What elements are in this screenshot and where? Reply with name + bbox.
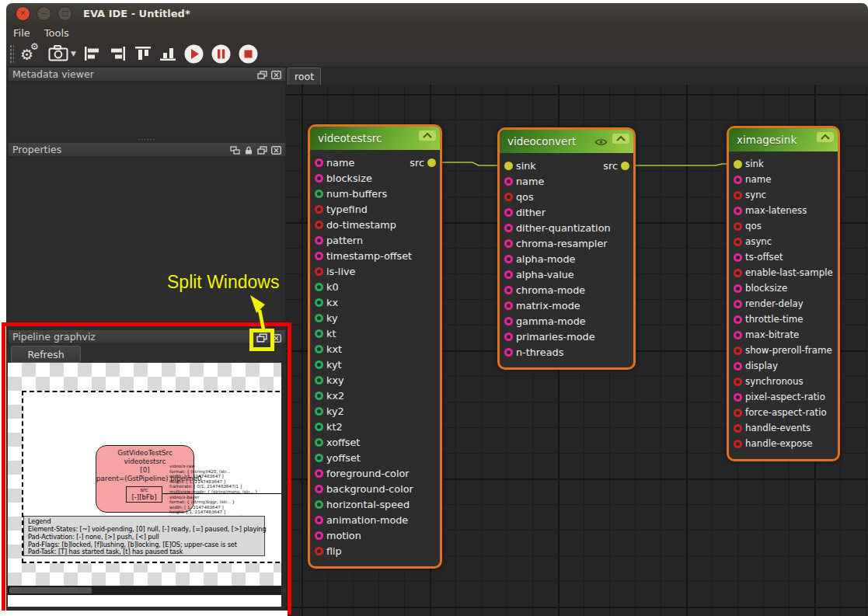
node-property-row[interactable]: kxy bbox=[310, 372, 440, 388]
port-dot[interactable] bbox=[734, 440, 742, 448]
node-property-row[interactable]: name bbox=[500, 173, 633, 189]
node-property-row[interactable]: kyt bbox=[310, 357, 440, 372]
port-dot[interactable] bbox=[504, 301, 513, 310]
port-dot[interactable] bbox=[315, 360, 323, 369]
port-dot[interactable] bbox=[315, 283, 323, 291]
node-property-row[interactable]: display bbox=[729, 358, 838, 374]
node-property-row[interactable]: kt2 bbox=[310, 419, 440, 434]
node-property-row[interactable]: force-aspect-ratio bbox=[729, 405, 838, 420]
port-dot[interactable] bbox=[315, 158, 323, 167]
port-dot[interactable] bbox=[315, 485, 323, 493]
port-dot[interactable] bbox=[504, 348, 513, 357]
minimize-window-button[interactable]: − bbox=[37, 6, 51, 21]
port-dot[interactable] bbox=[504, 317, 513, 325]
stop-button[interactable] bbox=[238, 43, 259, 64]
node-property-row[interactable]: dither-quantization bbox=[500, 220, 633, 235]
node-property-row[interactable]: animation-mode bbox=[310, 512, 440, 527]
node-videoconvert[interactable]: videoconvert si bbox=[497, 127, 636, 370]
align-right-button[interactable] bbox=[108, 43, 127, 64]
port-dot[interactable] bbox=[504, 270, 513, 279]
port-dot[interactable] bbox=[315, 407, 323, 416]
camera-dropdown-caret-icon[interactable]: ▼ bbox=[71, 50, 76, 57]
port-dot[interactable] bbox=[315, 236, 323, 245]
node-property-row[interactable]: do-timestamp bbox=[310, 217, 440, 232]
port-dot[interactable] bbox=[315, 329, 323, 338]
node-property-row[interactable]: alpha-value bbox=[500, 266, 633, 282]
port-dot[interactable] bbox=[734, 253, 742, 262]
node-property-row[interactable]: is-live bbox=[310, 263, 440, 279]
node-property-row[interactable]: handle-events bbox=[729, 420, 838, 436]
node-property-row[interactable]: blocksize bbox=[310, 170, 440, 186]
node-property-row[interactable]: xoffset bbox=[310, 434, 440, 450]
port-dot[interactable] bbox=[504, 208, 513, 217]
port-dot[interactable] bbox=[734, 331, 742, 339]
port-dot[interactable] bbox=[504, 177, 513, 186]
port-dot[interactable] bbox=[734, 424, 742, 433]
node-property-row[interactable]: matrix-mode bbox=[500, 298, 633, 313]
port-dot[interactable] bbox=[315, 438, 323, 447]
port-dot[interactable] bbox=[734, 238, 742, 246]
node-videoconvert-header[interactable]: videoconvert bbox=[500, 130, 633, 153]
restore-icon[interactable] bbox=[257, 146, 267, 155]
collapse-button[interactable] bbox=[419, 131, 436, 141]
node-property-row[interactable]: kt bbox=[310, 325, 440, 341]
node-property-row[interactable]: sink bbox=[729, 156, 838, 172]
node-property-row[interactable]: chroma-mode bbox=[500, 282, 633, 298]
node-property-row[interactable]: kx2 bbox=[310, 388, 440, 403]
port-dot[interactable] bbox=[504, 224, 513, 232]
port-dot[interactable] bbox=[504, 239, 513, 248]
collapse-button[interactable] bbox=[612, 134, 629, 144]
wire-videoconvert-to-ximagesink[interactable] bbox=[620, 164, 737, 165]
port-dot[interactable] bbox=[315, 205, 323, 214]
properties-panel-header[interactable]: Properties bbox=[8, 142, 286, 157]
menu-file[interactable]: File bbox=[6, 26, 37, 40]
tab-root[interactable]: root bbox=[288, 68, 321, 85]
node-property-row[interactable]: qos bbox=[729, 218, 838, 234]
port-dot[interactable] bbox=[315, 174, 323, 183]
port-dot[interactable] bbox=[504, 193, 513, 201]
align-top-button[interactable] bbox=[134, 43, 152, 64]
port-dot[interactable] bbox=[734, 176, 742, 184]
node-property-row[interactable]: qos bbox=[500, 189, 633, 204]
port-dot[interactable] bbox=[315, 376, 323, 385]
node-ximagesink[interactable]: ximagesink sink bbox=[727, 126, 840, 461]
play-button[interactable] bbox=[183, 43, 204, 64]
settings-button[interactable]: ⚙⚙ bbox=[20, 43, 42, 64]
node-property-row[interactable]: sink src bbox=[500, 158, 633, 173]
node-property-row[interactable]: chroma-resampler bbox=[500, 235, 633, 251]
node-property-row[interactable]: yoffset bbox=[310, 450, 440, 465]
snapshot-button[interactable]: ▼ bbox=[48, 43, 76, 64]
port-dot[interactable] bbox=[504, 162, 513, 170]
graphviz-horizontal-scrollbar[interactable] bbox=[8, 586, 281, 595]
close-window-button[interactable]: ✕ bbox=[16, 6, 30, 21]
node-property-row[interactable]: ts-offset bbox=[729, 249, 838, 265]
port-dot[interactable] bbox=[734, 409, 742, 417]
port-dot[interactable] bbox=[315, 500, 323, 509]
port-dot[interactable] bbox=[315, 298, 323, 307]
align-bottom-button[interactable] bbox=[159, 43, 177, 64]
pipeline-graphviz-panel-header[interactable]: Pipeline graphviz bbox=[8, 329, 286, 344]
output-port[interactable]: src bbox=[410, 155, 436, 170]
collapse-button[interactable] bbox=[817, 132, 834, 142]
node-property-row[interactable]: enable-last-sample bbox=[729, 265, 838, 280]
port-dot[interactable] bbox=[315, 469, 323, 478]
port-dot[interactable] bbox=[315, 392, 323, 400]
port-dot[interactable] bbox=[315, 531, 323, 540]
menu-tools[interactable]: Tools bbox=[37, 26, 76, 40]
node-property-row[interactable]: name bbox=[729, 172, 838, 187]
metadata-viewer-panel-header[interactable]: Metadata viewer bbox=[8, 67, 286, 82]
align-left-button[interactable] bbox=[82, 43, 102, 64]
scrollbar-thumb[interactable] bbox=[9, 587, 92, 593]
node-property-row[interactable]: async bbox=[729, 234, 838, 249]
node-property-row[interactable]: primaries-mode bbox=[500, 329, 633, 344]
node-property-row[interactable]: handle-expose bbox=[729, 436, 838, 451]
node-videotestsrc-header[interactable]: videotestsrc bbox=[310, 127, 440, 150]
node-property-row[interactable]: motion bbox=[310, 527, 440, 543]
node-property-row[interactable]: pixel-aspect-ratio bbox=[729, 389, 838, 405]
node-editor-canvas[interactable]: videotestsrc name src bbox=[286, 85, 868, 616]
lock-icon[interactable] bbox=[244, 146, 253, 155]
restore-icon[interactable] bbox=[257, 71, 267, 79]
node-property-row[interactable]: foreground-color bbox=[310, 465, 440, 481]
close-icon[interactable] bbox=[271, 146, 281, 155]
port-dot[interactable] bbox=[734, 300, 742, 308]
